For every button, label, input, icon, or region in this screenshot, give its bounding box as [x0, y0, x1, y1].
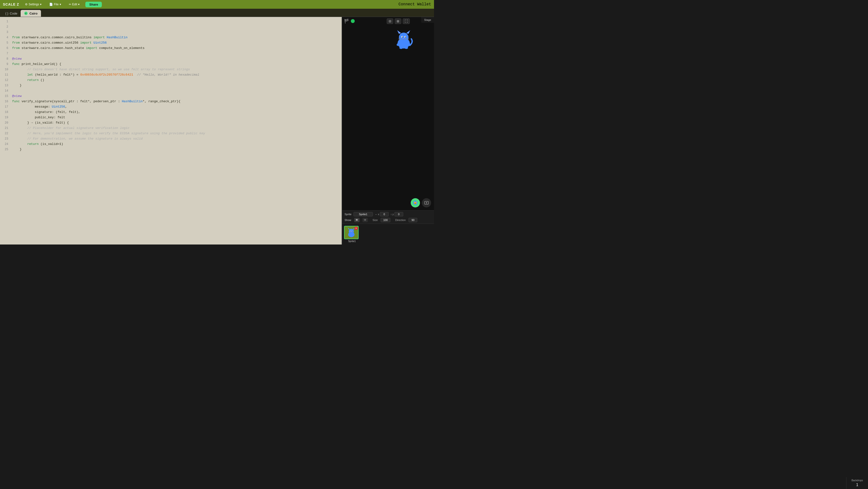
code-line: 20 } → (is_valid: felt) { [0, 120, 342, 126]
eye-show-button[interactable]: 👁 [354, 218, 360, 222]
code-line: 19 public_key: felt [0, 115, 342, 120]
sprite-label: Sprite [344, 213, 351, 216]
code-line: 7 [0, 51, 342, 56]
add-sprite-button[interactable]: 🐱 [411, 198, 420, 207]
code-line: 22 // Here, you'd implement the logic to… [0, 131, 342, 136]
svg-point-3 [399, 32, 408, 42]
code-line: 15 @view [0, 94, 342, 99]
x-coord-input[interactable] [380, 212, 389, 217]
topbar: SCALE Z ⚙ Settings ▾ 📄 File ▾ ✏ Edit ▾ S… [0, 0, 434, 9]
code-line: 14 [0, 88, 342, 94]
grid-btn[interactable]: ⊞ [395, 19, 401, 24]
add-backdrop-button[interactable] [422, 198, 431, 207]
code-line: 21 // Placeholder for actual signature v… [0, 126, 342, 131]
x-coord-group: ↔ ↔ x [375, 212, 389, 217]
chevron-down-icon: ▾ [60, 3, 61, 6]
file-icon: 📄 [49, 3, 53, 6]
sprite-panel: ✕ Sprite1 [342, 224, 434, 244]
connect-wallet[interactable]: Connect Wallet [399, 2, 431, 6]
direction-label: Direction [395, 219, 406, 222]
cairo-icon: C [24, 11, 28, 15]
tabbar: { } Code C Cairo [0, 9, 434, 17]
right-panel: 🏴 ⊟ ⊞ ⛶ Stage [342, 17, 434, 244]
cat-svg [393, 29, 414, 51]
eye-hide-button[interactable]: 👁 [363, 218, 368, 222]
svg-point-35 [352, 231, 352, 231]
edit-menu[interactable]: ✏ Edit ▾ [67, 2, 82, 7]
code-line: 5 from starkware.cairo.common.uint256 im… [0, 40, 342, 45]
show-label: Show [344, 219, 351, 222]
preview-controls: ⊟ ⊞ ⛶ [387, 19, 410, 24]
svg-text:C: C [25, 12, 27, 14]
bottom-buttons: 🐱 [411, 198, 431, 207]
code-line: 25 } [0, 147, 342, 152]
layout-btn[interactable]: ⊟ [387, 19, 393, 24]
stage-label: Stage [424, 19, 431, 21]
code-line: 10 // Cairo doesn't have direct string s… [0, 67, 342, 72]
chevron-down-icon: ▾ [78, 3, 80, 6]
main-layout: 1 2 3 4 from starkware.cairo.common.cair… [0, 17, 434, 244]
code-line: 11 let (hello_world : felt*) = 0x48656c6… [0, 72, 342, 77]
settings-menu[interactable]: ⚙ Settings ▾ [23, 2, 43, 7]
preview-area: 🏴 ⊟ ⊞ ⛶ Stage [342, 17, 434, 210]
sprite-thumb-label: Sprite1 [344, 240, 360, 242]
code-line: 3 [0, 30, 342, 35]
topbar-left: SCALE Z ⚙ Settings ▾ 📄 File ▾ ✏ Edit ▾ S… [3, 2, 102, 7]
direction-input[interactable] [408, 218, 417, 222]
cat-add-icon: 🐱 [413, 200, 418, 205]
cat-sprite [393, 29, 414, 51]
flag-button[interactable]: 🏴 [344, 19, 349, 24]
app-title: SCALE Z [3, 2, 19, 6]
chevron-down-icon: ▾ [40, 3, 41, 6]
gear-icon: ⚙ [25, 3, 28, 6]
sprite-thumb-sprite1[interactable]: ✕ Sprite1 [344, 226, 360, 242]
code-editor[interactable]: 1 2 3 4 from starkware.cairo.common.cair… [0, 17, 342, 244]
show-row: Show 👁 👁 Size Direction [344, 218, 432, 222]
stage-area: Stage [421, 17, 434, 23]
y-coord-group: ↕ y [391, 212, 403, 217]
code-line: 1 [0, 19, 342, 24]
sprite-delete-button[interactable]: ✕ [354, 227, 358, 230]
file-menu[interactable]: 📄 File ▾ [47, 2, 63, 7]
sprite-thumb-img: ✕ [344, 226, 359, 239]
code-line: 8 @view [0, 56, 342, 62]
svg-point-29 [349, 229, 354, 234]
share-button[interactable]: Share [85, 2, 102, 7]
code-line: 16 func verify_signature{syscall_ptr : f… [0, 99, 342, 104]
svg-marker-30 [348, 228, 350, 229]
tab-code[interactable]: { } Code [2, 10, 21, 17]
svg-text:🐱: 🐱 [414, 201, 417, 204]
svg-point-34 [350, 231, 351, 231]
code-line: 18 signature: (felt, felt), [0, 109, 342, 115]
size-label: Size [373, 219, 378, 222]
svg-point-22 [405, 37, 406, 38]
code-line: 9 func print_hello_world() { [0, 62, 342, 67]
edit-icon: ✏ [69, 3, 71, 6]
tab-cairo[interactable]: C Cairo [21, 10, 41, 17]
code-icon: { } [5, 12, 8, 15]
code-line: 17 message: Uint256, [0, 104, 342, 109]
stop-button[interactable] [351, 19, 355, 23]
svg-point-19 [399, 47, 403, 49]
code-line: 2 [0, 24, 342, 30]
y-coord-input[interactable] [395, 212, 403, 217]
controls-bar: Sprite ↔ ↔ x ↕ y Show 👁 👁 Size [342, 210, 434, 224]
svg-point-20 [405, 47, 408, 49]
sprite-row: Sprite ↔ ↔ x ↕ y [344, 212, 432, 217]
backdrop-add-icon [424, 200, 429, 205]
sprite-name-input[interactable] [353, 212, 373, 217]
code-line: 13 } [0, 83, 342, 88]
code-line: 23 // For demonstration, we assume the s… [0, 136, 342, 141]
code-line: 12 return () [0, 77, 342, 83]
size-input[interactable] [381, 218, 390, 222]
run-controls: 🏴 [344, 19, 355, 24]
code-line: 6 from starkware.cairo.common.hash_state… [0, 45, 342, 51]
svg-point-21 [402, 37, 403, 38]
code-line: 4 from starkware.cairo.common.cairo_buil… [0, 35, 342, 40]
fullscreen-btn[interactable]: ⛶ [403, 19, 410, 24]
code-line: 24 return (is_valid=1) [0, 141, 342, 147]
